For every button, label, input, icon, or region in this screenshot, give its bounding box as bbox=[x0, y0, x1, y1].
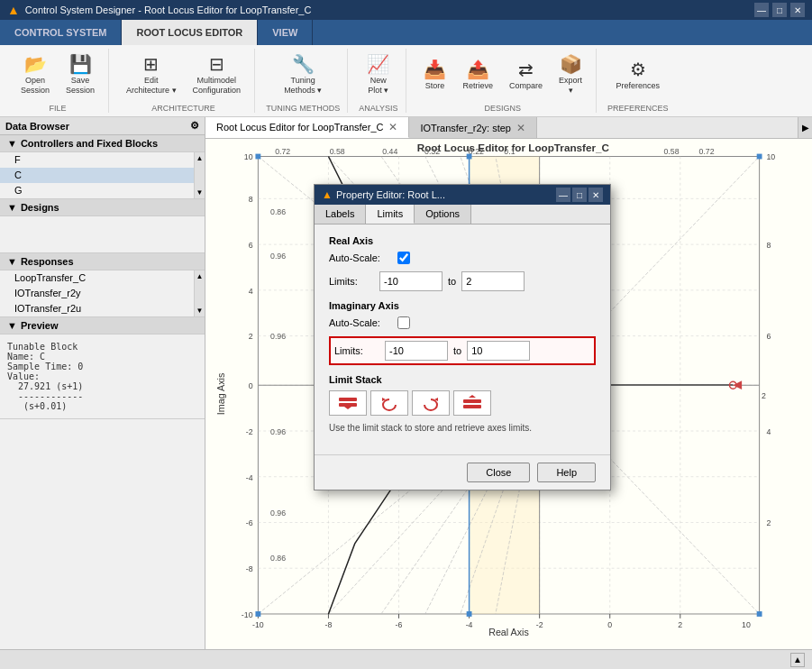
svg-text:Imag Axis: Imag Axis bbox=[215, 373, 226, 415]
controllers-section-header[interactable]: ▼ Controllers and Fixed Blocks bbox=[0, 135, 205, 152]
imag-limits-row: Limits: to bbox=[329, 336, 596, 365]
preview-section-header[interactable]: ▼ Preview bbox=[0, 317, 205, 334]
real-axis-label: Real Axis bbox=[329, 235, 596, 246]
compare-label: Compare bbox=[509, 81, 543, 91]
imag-autoscale-label: Auto-Scale: bbox=[329, 317, 392, 328]
compare-button[interactable]: ⇄ Compare bbox=[503, 50, 549, 101]
controllers-scrollbar[interactable]: ▲ ▼ bbox=[194, 152, 205, 198]
dialog-tab-limits[interactable]: Limits bbox=[366, 205, 415, 224]
save-session-button[interactable]: 💾 Save Session bbox=[59, 50, 101, 101]
open-session-button[interactable]: 📂 Open Session bbox=[14, 50, 56, 101]
file-group-label: FILE bbox=[50, 102, 67, 113]
preview-line5: 27.921 (s+1) bbox=[7, 381, 197, 391]
stack-btn-push[interactable] bbox=[329, 390, 367, 416]
dialog-close-btn[interactable]: ✕ bbox=[588, 188, 603, 202]
status-scroll-up[interactable]: ▲ bbox=[790, 653, 805, 667]
status-controls[interactable]: ▲ bbox=[790, 653, 805, 667]
dialog-help-button[interactable]: Help bbox=[537, 463, 596, 482]
title-bar-controls[interactable]: — □ ✕ bbox=[754, 3, 805, 17]
real-to-input[interactable] bbox=[461, 271, 525, 291]
svg-text:-2: -2 bbox=[536, 620, 543, 629]
imag-autoscale-checkbox[interactable] bbox=[397, 316, 410, 329]
limit-stack-buttons bbox=[329, 390, 596, 416]
undo-icon bbox=[379, 394, 400, 412]
store-button[interactable]: 📥 Store bbox=[417, 50, 453, 101]
sidebar-sections: ▼ Controllers and Fixed Blocks F C G ▲ ▼ bbox=[0, 135, 205, 649]
doc-tab-root-locus[interactable]: Root Locus Editor for LoopTransfer_C ✕ bbox=[205, 117, 409, 138]
tab-scroll-right[interactable]: ▶ bbox=[798, 117, 812, 138]
stack-btn-redo[interactable] bbox=[412, 390, 450, 416]
sidebar-config-icon[interactable]: ⚙ bbox=[190, 120, 199, 132]
export-label: Export ▾ bbox=[559, 76, 582, 96]
plot-area[interactable]: Root Locus Editor for LoopTransfer_C Rea… bbox=[205, 139, 812, 649]
real-to-text: to bbox=[448, 276, 456, 287]
designs-arrow: ▼ bbox=[7, 202, 17, 213]
real-autoscale-checkbox[interactable] bbox=[397, 252, 410, 264]
store-icon: 📥 bbox=[424, 60, 446, 78]
multimodel-label: Multimodel Configuration bbox=[193, 76, 242, 96]
new-plot-button[interactable]: 📈 New Plot ▾ bbox=[360, 50, 397, 101]
compare-icon: ⇄ bbox=[518, 60, 534, 78]
edit-architecture-button[interactable]: ⊞ Edit Architecture ▾ bbox=[120, 50, 183, 101]
dialog-title: ▲ Property Editor: Root L... bbox=[322, 188, 445, 201]
dialog-minimize[interactable]: — bbox=[556, 188, 570, 202]
svg-text:-2: -2 bbox=[246, 427, 253, 436]
sidebar-item-F[interactable]: F bbox=[0, 152, 194, 168]
imag-axis-autoscale-row: Auto-Scale: bbox=[329, 316, 596, 329]
close-button[interactable]: ✕ bbox=[790, 3, 805, 17]
real-from-input[interactable] bbox=[379, 271, 442, 291]
doc-tabs: Root Locus Editor for LoopTransfer_C ✕ I… bbox=[205, 117, 812, 139]
responses-list: LoopTransfer_C IOTransfer_r2y IOTransfer… bbox=[0, 270, 194, 316]
responses-section: ▼ Responses LoopTransfer_C IOTransfer_r2… bbox=[0, 253, 205, 317]
imag-to-input[interactable] bbox=[467, 341, 530, 361]
svg-text:8: 8 bbox=[249, 195, 253, 204]
preferences-button[interactable]: ⚙ Preferences bbox=[610, 50, 667, 101]
dialog-tabs: Labels Limits Options bbox=[315, 205, 610, 225]
dialog-controls[interactable]: — □ ✕ bbox=[556, 188, 603, 202]
dialog-tab-options[interactable]: Options bbox=[415, 205, 471, 224]
sidebar-item-io-r2y[interactable]: IOTransfer_r2y bbox=[0, 286, 194, 301]
responses-scrollbar[interactable]: ▲ ▼ bbox=[194, 270, 205, 316]
sidebar-item-C[interactable]: C bbox=[0, 168, 194, 183]
tuning-label: Tuning Methods ▾ bbox=[284, 76, 322, 96]
doc-tab-io-transfer-close[interactable]: ✕ bbox=[516, 122, 525, 134]
multimodel-button[interactable]: ⊟ Multimodel Configuration bbox=[187, 50, 248, 101]
svg-rect-94 bbox=[339, 403, 357, 407]
svg-text:6: 6 bbox=[766, 332, 771, 341]
limit-stack-label: Limit Stack bbox=[329, 374, 596, 385]
designs-section-header[interactable]: ▼ Designs bbox=[0, 199, 205, 216]
maximize-button[interactable]: □ bbox=[772, 3, 787, 17]
redo-icon bbox=[420, 394, 442, 412]
tuning-methods-button[interactable]: 🔧 Tuning Methods ▾ bbox=[278, 50, 328, 101]
tab-control-system[interactable]: CONTROL SYSTEM bbox=[0, 20, 122, 45]
sidebar-item-io-r2u[interactable]: IOTransfer_r2u bbox=[0, 301, 194, 316]
svg-text:4: 4 bbox=[766, 427, 771, 436]
toolbar-group-designs: 📥 Store 📤 Retrieve ⇄ Compare 📦 Export ▾ … bbox=[410, 49, 598, 113]
status-bar: ▲ bbox=[0, 649, 812, 669]
doc-tab-io-transfer[interactable]: IOTransfer_r2y: step ✕ bbox=[409, 117, 536, 138]
tab-control-system-label: CONTROL SYSTEM bbox=[14, 27, 106, 38]
tab-root-locus-editor[interactable]: ROOT LOCUS EDITOR bbox=[122, 20, 258, 45]
svg-text:10: 10 bbox=[244, 152, 253, 161]
sidebar-item-G[interactable]: G bbox=[0, 183, 194, 198]
imag-from-input[interactable] bbox=[385, 341, 448, 361]
stack-btn-pop[interactable] bbox=[453, 390, 491, 416]
stack-btn-undo[interactable] bbox=[370, 390, 408, 416]
doc-tab-root-locus-close[interactable]: ✕ bbox=[388, 121, 397, 133]
svg-text:0.1: 0.1 bbox=[504, 147, 515, 156]
dialog-tab-limits-text: Limits bbox=[377, 208, 403, 219]
sidebar-item-loop[interactable]: LoopTransfer_C bbox=[0, 270, 194, 286]
dialog-close-button[interactable]: Close bbox=[467, 463, 530, 482]
dialog-maximize[interactable]: □ bbox=[572, 188, 587, 202]
retrieve-label: Retrieve bbox=[463, 81, 494, 91]
tab-view[interactable]: VIEW bbox=[258, 20, 313, 45]
export-button[interactable]: 📦 Export ▾ bbox=[552, 50, 588, 101]
sidebar-header: Data Browser ⚙ bbox=[0, 117, 205, 135]
dialog-tab-labels[interactable]: Labels bbox=[315, 205, 366, 224]
retrieve-button[interactable]: 📤 Retrieve bbox=[457, 50, 500, 101]
minimize-button[interactable]: — bbox=[754, 3, 769, 17]
preview-section: ▼ Preview Tunable Block Name: C Sample T… bbox=[0, 317, 205, 419]
designs-label: Designs bbox=[21, 202, 59, 213]
responses-section-header[interactable]: ▼ Responses bbox=[0, 253, 205, 270]
edit-arch-label: Edit Architecture ▾ bbox=[126, 76, 177, 96]
